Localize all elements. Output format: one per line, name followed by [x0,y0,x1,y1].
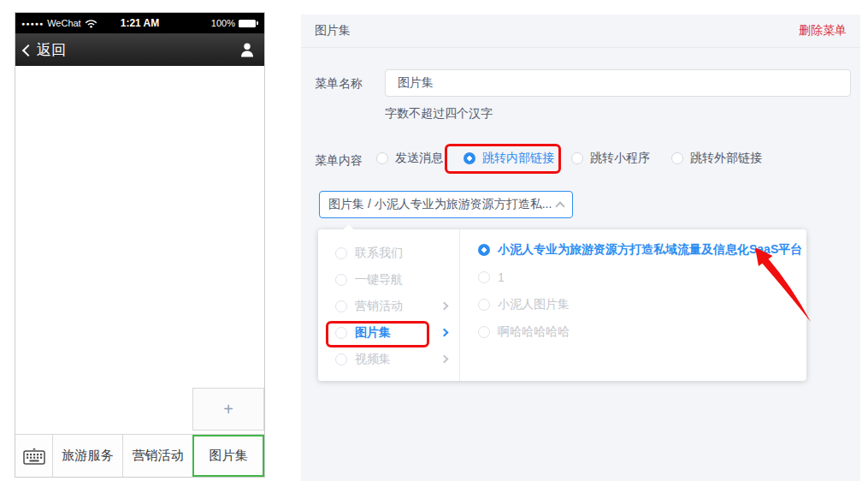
signal-dots-icon: ●●●●● [21,21,44,27]
link-dropdown: 联系我们一键导航营销活动图片集视频集 小泥人专业为旅游资源方打造私域流量及信息化… [318,229,806,381]
status-left: ●●●●● WeChat [21,18,97,28]
radio-icon [335,247,347,259]
phone-content [15,66,264,434]
menu-content-option[interactable]: 跳转内部链接 [464,151,554,166]
dropdown-category-label: 一键导航 [355,272,447,288]
dropdown-category-label: 营销活动 [355,299,434,314]
menu-content-option[interactable]: 跳转小程序 [571,151,650,166]
radio-icon [376,152,388,164]
dropdown-link-label: 1 [498,270,505,284]
battery-icon [239,20,256,27]
chevron-right-icon [440,329,449,337]
back-label: 返回 [37,40,66,60]
link-selector[interactable]: 图片集 / 小泥人专业为旅游资源方打造私... [319,191,573,218]
menu-bar-item-label: 旅游服务 [62,448,114,464]
carrier-label: WeChat [47,18,81,28]
phone-menu-bar: 旅游服务营销活动图片集 [15,434,264,477]
menu-content-option[interactable]: 发送消息 [376,151,443,166]
menu-content-option[interactable]: 跳转外部链接 [671,151,762,166]
chevron-left-icon [22,44,34,56]
profile-icon[interactable] [239,42,256,58]
menu-bar-item[interactable]: 图片集 [192,435,264,477]
radio-icon [571,152,583,164]
dropdown-category-column: 联系我们一键导航营销活动图片集视频集 [318,229,460,381]
dropdown-link-item[interactable]: 1 [461,264,806,291]
radio-label: 发送消息 [395,151,443,166]
menu-content-options: 发送消息跳转内部链接跳转小程序跳转外部链接 [301,151,860,169]
dropdown-category-item[interactable]: 一键导航 [318,266,459,293]
radio-icon [478,271,490,283]
dropdown-category-item[interactable]: 联系我们 [318,240,459,266]
radio-icon [335,353,347,365]
radio-icon [464,152,475,164]
menu-name-hint: 字数不超过四个汉字 [385,106,493,122]
link-selector-value: 图片集 / 小泥人专业为旅游资源方打造私... [328,197,557,212]
radio-label: 跳转小程序 [590,151,650,166]
add-menu-item-button[interactable]: + [192,388,264,431]
dropdown-link-item[interactable]: 小泥人专业为旅游资源方打造私域流量及信息化SaaS平台 [461,236,806,264]
dropdown-link-item[interactable]: 小泥人图片集 [461,291,806,318]
panel-header: 图片集 删除菜单 [301,15,860,48]
menu-bar-item-label: 图片集 [210,448,248,464]
phone-preview: ●●●●● WeChat 1:21 AM 100% 返回 [15,12,265,478]
radio-label: 跳转内部链接 [482,151,554,166]
wifi-icon [85,19,97,28]
radio-icon [335,327,347,339]
keyboard-icon [23,447,45,465]
dropdown-category-label: 视频集 [355,352,434,367]
menu-bar-item[interactable]: 营销活动 [122,435,192,477]
radio-icon [478,326,490,338]
chevron-up-icon [555,201,564,211]
stage: ●●●●● WeChat 1:21 AM 100% 返回 [0,0,868,487]
dropdown-link-item[interactable]: 啊哈哈哈哈哈 [461,318,806,346]
phone-nav-bar: 返回 [15,33,264,66]
panel-title: 图片集 [315,23,351,39]
phone-status-bar: ●●●●● WeChat 1:21 AM 100% [15,13,264,33]
radio-icon [335,300,347,312]
menu-bar-item-label: 营销活动 [133,448,184,464]
chevron-right-icon [440,302,449,311]
dropdown-category-item[interactable]: 图片集 [318,319,459,346]
menu-bar-item[interactable]: 旅游服务 [52,435,122,477]
dropdown-link-label: 小泥人专业为旅游资源方打造私域流量及信息化SaaS平台 [498,242,802,258]
dropdown-link-label: 小泥人图片集 [498,297,570,312]
menu-name-input[interactable] [385,69,851,97]
chevron-right-icon [440,355,449,364]
menu-name-label: 菜单名称 [315,76,363,92]
radio-icon [478,299,490,311]
status-right: 100% [211,18,258,28]
dropdown-category-label: 联系我们 [355,246,447,261]
delete-menu-button[interactable]: 删除菜单 [799,23,847,39]
keyboard-toggle[interactable] [15,435,52,477]
radio-icon [671,152,683,164]
radio-icon [478,244,490,256]
radio-label: 跳转外部链接 [690,151,762,166]
back-button[interactable]: 返回 [24,40,66,60]
battery-percent-label: 100% [211,18,235,28]
dropdown-category-label: 图片集 [355,325,434,341]
dropdown-link-label: 啊哈哈哈哈哈 [498,324,570,340]
dropdown-category-item[interactable]: 营销活动 [318,293,459,319]
menu-editor-panel: 图片集 删除菜单 菜单名称 字数不超过四个汉字 菜单内容 发送消息跳转内部链接跳… [301,15,860,481]
clock-label: 1:21 AM [121,17,160,29]
radio-icon [335,274,347,286]
dropdown-category-item[interactable]: 视频集 [318,346,459,372]
dropdown-link-column: 小泥人专业为旅游资源方打造私域流量及信息化SaaS平台1小泥人图片集啊哈哈哈哈哈 [461,229,806,381]
